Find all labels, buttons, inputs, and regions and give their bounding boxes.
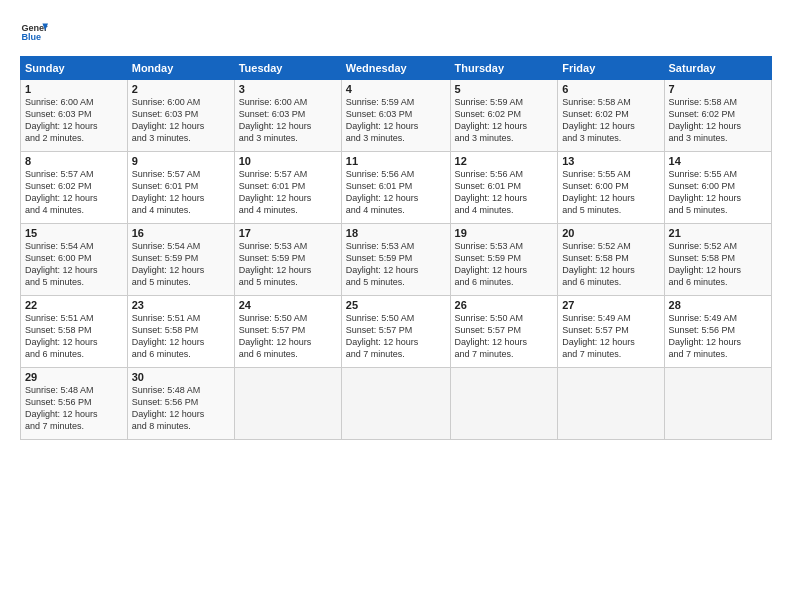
calendar-cell [450, 368, 558, 440]
day-detail: Sunrise: 5:55 AM Sunset: 6:00 PM Dayligh… [669, 168, 767, 217]
day-number: 29 [25, 371, 123, 383]
day-detail: Sunrise: 5:56 AM Sunset: 6:01 PM Dayligh… [455, 168, 554, 217]
day-detail: Sunrise: 5:52 AM Sunset: 5:58 PM Dayligh… [562, 240, 659, 289]
day-number: 16 [132, 227, 230, 239]
day-number: 17 [239, 227, 337, 239]
day-detail: Sunrise: 5:51 AM Sunset: 5:58 PM Dayligh… [25, 312, 123, 361]
calendar-cell: 8 Sunrise: 5:57 AM Sunset: 6:02 PM Dayli… [21, 152, 128, 224]
day-number: 5 [455, 83, 554, 95]
calendar-cell: 28 Sunrise: 5:49 AM Sunset: 5:56 PM Dayl… [664, 296, 771, 368]
calendar-cell: 22 Sunrise: 5:51 AM Sunset: 5:58 PM Dayl… [21, 296, 128, 368]
calendar-cell: 25 Sunrise: 5:50 AM Sunset: 5:57 PM Dayl… [341, 296, 450, 368]
calendar-week-3: 15 Sunrise: 5:54 AM Sunset: 6:00 PM Dayl… [21, 224, 772, 296]
day-detail: Sunrise: 5:48 AM Sunset: 5:56 PM Dayligh… [25, 384, 123, 433]
calendar-header-thursday: Thursday [450, 57, 558, 80]
calendar-cell [234, 368, 341, 440]
day-number: 21 [669, 227, 767, 239]
calendar-header-friday: Friday [558, 57, 664, 80]
header: General Blue [20, 18, 772, 46]
calendar-cell: 18 Sunrise: 5:53 AM Sunset: 5:59 PM Dayl… [341, 224, 450, 296]
day-detail: Sunrise: 5:58 AM Sunset: 6:02 PM Dayligh… [669, 96, 767, 145]
calendar-cell: 19 Sunrise: 5:53 AM Sunset: 5:59 PM Dayl… [450, 224, 558, 296]
logo: General Blue [20, 18, 52, 46]
calendar-cell: 7 Sunrise: 5:58 AM Sunset: 6:02 PM Dayli… [664, 80, 771, 152]
day-number: 6 [562, 83, 659, 95]
calendar-cell: 15 Sunrise: 5:54 AM Sunset: 6:00 PM Dayl… [21, 224, 128, 296]
page: General Blue SundayMondayTuesdayWednesda… [0, 0, 792, 612]
day-detail: Sunrise: 5:48 AM Sunset: 5:56 PM Dayligh… [132, 384, 230, 433]
day-number: 25 [346, 299, 446, 311]
calendar-cell: 9 Sunrise: 5:57 AM Sunset: 6:01 PM Dayli… [127, 152, 234, 224]
day-detail: Sunrise: 5:52 AM Sunset: 5:58 PM Dayligh… [669, 240, 767, 289]
day-number: 18 [346, 227, 446, 239]
calendar-week-5: 29 Sunrise: 5:48 AM Sunset: 5:56 PM Dayl… [21, 368, 772, 440]
day-number: 9 [132, 155, 230, 167]
calendar-cell: 17 Sunrise: 5:53 AM Sunset: 5:59 PM Dayl… [234, 224, 341, 296]
day-number: 23 [132, 299, 230, 311]
day-number: 27 [562, 299, 659, 311]
calendar-week-1: 1 Sunrise: 6:00 AM Sunset: 6:03 PM Dayli… [21, 80, 772, 152]
calendar-cell: 12 Sunrise: 5:56 AM Sunset: 6:01 PM Dayl… [450, 152, 558, 224]
day-detail: Sunrise: 6:00 AM Sunset: 6:03 PM Dayligh… [239, 96, 337, 145]
calendar-cell: 29 Sunrise: 5:48 AM Sunset: 5:56 PM Dayl… [21, 368, 128, 440]
calendar-week-2: 8 Sunrise: 5:57 AM Sunset: 6:02 PM Dayli… [21, 152, 772, 224]
day-number: 10 [239, 155, 337, 167]
day-number: 28 [669, 299, 767, 311]
calendar-cell: 2 Sunrise: 6:00 AM Sunset: 6:03 PM Dayli… [127, 80, 234, 152]
calendar-cell: 30 Sunrise: 5:48 AM Sunset: 5:56 PM Dayl… [127, 368, 234, 440]
day-number: 14 [669, 155, 767, 167]
calendar-cell: 26 Sunrise: 5:50 AM Sunset: 5:57 PM Dayl… [450, 296, 558, 368]
calendar-header-tuesday: Tuesday [234, 57, 341, 80]
day-detail: Sunrise: 5:57 AM Sunset: 6:01 PM Dayligh… [239, 168, 337, 217]
calendar-cell: 6 Sunrise: 5:58 AM Sunset: 6:02 PM Dayli… [558, 80, 664, 152]
day-number: 11 [346, 155, 446, 167]
day-detail: Sunrise: 5:53 AM Sunset: 5:59 PM Dayligh… [455, 240, 554, 289]
day-number: 24 [239, 299, 337, 311]
day-number: 3 [239, 83, 337, 95]
day-number: 7 [669, 83, 767, 95]
calendar-cell: 27 Sunrise: 5:49 AM Sunset: 5:57 PM Dayl… [558, 296, 664, 368]
calendar-body: 1 Sunrise: 6:00 AM Sunset: 6:03 PM Dayli… [21, 80, 772, 440]
day-detail: Sunrise: 5:49 AM Sunset: 5:56 PM Dayligh… [669, 312, 767, 361]
calendar-cell: 20 Sunrise: 5:52 AM Sunset: 5:58 PM Dayl… [558, 224, 664, 296]
calendar-header-wednesday: Wednesday [341, 57, 450, 80]
day-number: 2 [132, 83, 230, 95]
calendar-table: SundayMondayTuesdayWednesdayThursdayFrid… [20, 56, 772, 440]
day-detail: Sunrise: 5:50 AM Sunset: 5:57 PM Dayligh… [346, 312, 446, 361]
day-detail: Sunrise: 5:56 AM Sunset: 6:01 PM Dayligh… [346, 168, 446, 217]
day-number: 26 [455, 299, 554, 311]
calendar-cell: 5 Sunrise: 5:59 AM Sunset: 6:02 PM Dayli… [450, 80, 558, 152]
calendar-cell: 13 Sunrise: 5:55 AM Sunset: 6:00 PM Dayl… [558, 152, 664, 224]
calendar-header-sunday: Sunday [21, 57, 128, 80]
logo-icon: General Blue [20, 18, 48, 46]
calendar-cell [558, 368, 664, 440]
day-detail: Sunrise: 5:54 AM Sunset: 6:00 PM Dayligh… [25, 240, 123, 289]
day-detail: Sunrise: 6:00 AM Sunset: 6:03 PM Dayligh… [25, 96, 123, 145]
day-detail: Sunrise: 5:50 AM Sunset: 5:57 PM Dayligh… [455, 312, 554, 361]
day-number: 4 [346, 83, 446, 95]
day-detail: Sunrise: 5:51 AM Sunset: 5:58 PM Dayligh… [132, 312, 230, 361]
calendar-cell: 14 Sunrise: 5:55 AM Sunset: 6:00 PM Dayl… [664, 152, 771, 224]
calendar-cell: 21 Sunrise: 5:52 AM Sunset: 5:58 PM Dayl… [664, 224, 771, 296]
calendar-header-saturday: Saturday [664, 57, 771, 80]
calendar-cell: 11 Sunrise: 5:56 AM Sunset: 6:01 PM Dayl… [341, 152, 450, 224]
calendar-header-row: SundayMondayTuesdayWednesdayThursdayFrid… [21, 57, 772, 80]
day-detail: Sunrise: 5:49 AM Sunset: 5:57 PM Dayligh… [562, 312, 659, 361]
day-detail: Sunrise: 5:59 AM Sunset: 6:03 PM Dayligh… [346, 96, 446, 145]
calendar-cell: 1 Sunrise: 6:00 AM Sunset: 6:03 PM Dayli… [21, 80, 128, 152]
calendar-cell: 16 Sunrise: 5:54 AM Sunset: 5:59 PM Dayl… [127, 224, 234, 296]
day-detail: Sunrise: 5:55 AM Sunset: 6:00 PM Dayligh… [562, 168, 659, 217]
calendar-cell: 23 Sunrise: 5:51 AM Sunset: 5:58 PM Dayl… [127, 296, 234, 368]
day-detail: Sunrise: 5:53 AM Sunset: 5:59 PM Dayligh… [239, 240, 337, 289]
calendar-cell: 3 Sunrise: 6:00 AM Sunset: 6:03 PM Dayli… [234, 80, 341, 152]
day-detail: Sunrise: 6:00 AM Sunset: 6:03 PM Dayligh… [132, 96, 230, 145]
day-number: 1 [25, 83, 123, 95]
day-detail: Sunrise: 5:50 AM Sunset: 5:57 PM Dayligh… [239, 312, 337, 361]
calendar-cell: 10 Sunrise: 5:57 AM Sunset: 6:01 PM Dayl… [234, 152, 341, 224]
day-number: 19 [455, 227, 554, 239]
calendar-cell: 4 Sunrise: 5:59 AM Sunset: 6:03 PM Dayli… [341, 80, 450, 152]
day-detail: Sunrise: 5:58 AM Sunset: 6:02 PM Dayligh… [562, 96, 659, 145]
day-number: 30 [132, 371, 230, 383]
svg-text:Blue: Blue [21, 32, 41, 42]
day-detail: Sunrise: 5:57 AM Sunset: 6:01 PM Dayligh… [132, 168, 230, 217]
